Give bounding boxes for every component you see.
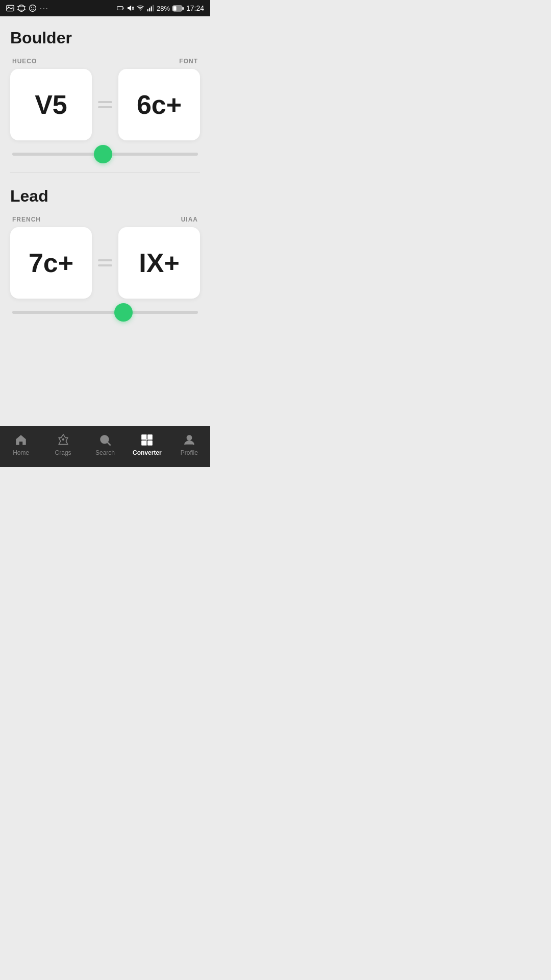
signal-icon — [147, 5, 154, 12]
equals-bar-top — [98, 101, 112, 103]
crags-label: Crags — [55, 449, 71, 456]
lead-right-label: UIAA — [181, 216, 198, 223]
svg-rect-21 — [142, 434, 147, 439]
svg-point-27 — [187, 435, 191, 440]
boulder-slider-container[interactable] — [10, 153, 200, 156]
bottom-nav: Home Crags Search — [0, 426, 210, 467]
svg-rect-14 — [153, 5, 154, 12]
svg-rect-17 — [182, 7, 184, 9]
battery-bar-icon — [172, 5, 184, 12]
lead-grade-labels: FRENCH UIAA — [10, 216, 200, 223]
battery-percent: 28% — [157, 5, 170, 12]
svg-rect-24 — [148, 440, 153, 446]
lead-uiaa-value: IX+ — [139, 248, 180, 278]
image-icon — [6, 5, 14, 12]
svg-point-18 — [62, 438, 64, 440]
equals-bar-lead-bottom — [98, 264, 112, 266]
status-bar: ··· 28% 17:24 — [0, 0, 210, 16]
search-svg — [98, 433, 112, 447]
lead-left-label: FRENCH — [12, 216, 41, 223]
lead-uiaa-card[interactable]: IX+ — [118, 227, 200, 299]
equals-icon-lead — [98, 259, 112, 266]
svg-rect-22 — [148, 434, 153, 439]
nav-item-converter[interactable]: Converter — [126, 429, 168, 460]
boulder-grade-labels: HUECO FONT — [10, 58, 200, 65]
boulder-left-label: HUECO — [12, 58, 37, 65]
svg-rect-12 — [149, 8, 150, 11]
lead-french-card[interactable]: 7c+ — [10, 227, 92, 299]
crags-svg — [57, 433, 70, 447]
svg-line-20 — [108, 443, 110, 445]
svg-rect-16 — [173, 6, 177, 10]
svg-rect-13 — [151, 7, 152, 12]
converter-label: Converter — [133, 449, 162, 456]
svg-point-4 — [30, 5, 36, 12]
nav-item-home[interactable]: Home — [0, 429, 42, 460]
main-content: Boulder HUECO FONT V5 6c+ Lead — [0, 16, 210, 426]
equals-bar-bottom — [98, 106, 112, 108]
boulder-slider-track — [12, 153, 198, 156]
search-icon — [98, 433, 112, 447]
nav-item-profile[interactable]: Profile — [168, 429, 210, 460]
mute-icon — [127, 5, 134, 12]
battery-icon-status — [117, 5, 124, 12]
nav-item-search[interactable]: Search — [84, 429, 126, 460]
boulder-font-value: 6c+ — [137, 89, 182, 120]
boulder-right-label: FONT — [179, 58, 198, 65]
home-icon — [14, 433, 28, 447]
status-icons-left: ··· — [6, 4, 49, 12]
lead-title: Lead — [10, 187, 200, 206]
lead-slider-track — [12, 311, 198, 314]
planet-icon — [17, 4, 26, 12]
svg-point-5 — [31, 7, 32, 8]
lead-slider-thumb[interactable] — [114, 303, 133, 322]
lead-section: Lead FRENCH UIAA 7c+ IX+ — [10, 187, 200, 314]
wifi-icon — [136, 5, 144, 12]
crags-icon — [56, 433, 70, 447]
equals-icon-boulder — [98, 101, 112, 108]
boulder-title: Boulder — [10, 29, 200, 47]
profile-label: Profile — [181, 449, 198, 456]
smiley-icon — [29, 4, 37, 12]
status-icons-right: 28% 17:24 — [117, 4, 204, 12]
time-display: 17:24 — [186, 4, 204, 12]
converter-icon — [140, 433, 154, 447]
section-divider — [10, 172, 200, 173]
profile-svg — [183, 433, 196, 447]
equals-bar-lead-top — [98, 259, 112, 261]
home-label: Home — [13, 449, 29, 456]
boulder-section: Boulder HUECO FONT V5 6c+ — [10, 29, 200, 156]
boulder-hueco-card[interactable]: V5 — [10, 69, 92, 140]
svg-rect-11 — [147, 9, 148, 11]
nav-item-crags[interactable]: Crags — [42, 429, 84, 460]
svg-rect-8 — [123, 8, 123, 9]
more-dots: ··· — [40, 4, 49, 12]
boulder-font-card[interactable]: 6c+ — [118, 69, 200, 140]
converter-svg — [140, 433, 154, 447]
svg-point-6 — [34, 7, 35, 8]
lead-french-value: 7c+ — [29, 248, 73, 278]
search-label: Search — [95, 449, 115, 456]
boulder-slider-thumb[interactable] — [94, 145, 112, 163]
svg-rect-7 — [117, 7, 123, 10]
lead-slider-container[interactable] — [10, 311, 200, 314]
boulder-hueco-value: V5 — [35, 89, 67, 120]
profile-icon — [182, 433, 196, 447]
home-svg — [14, 433, 28, 447]
svg-rect-23 — [142, 440, 147, 446]
lead-grade-row: 7c+ IX+ — [10, 227, 200, 299]
boulder-grade-row: V5 6c+ — [10, 69, 200, 140]
